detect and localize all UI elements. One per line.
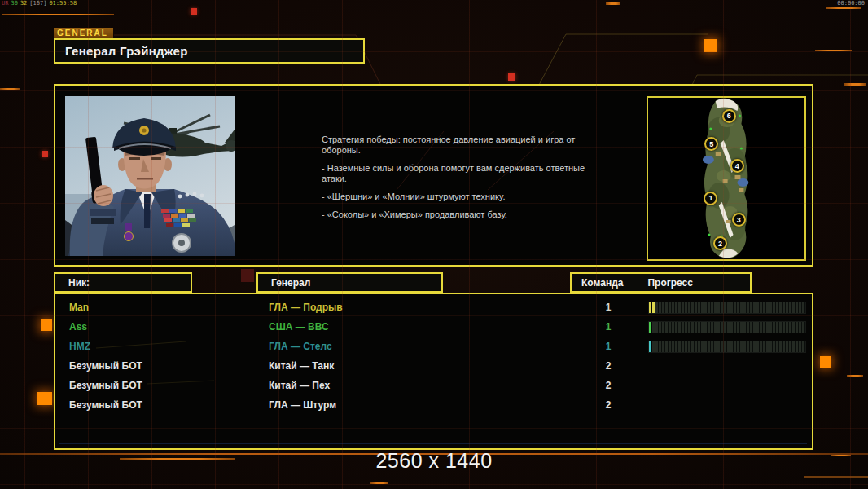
decor-navy-line (59, 443, 807, 444)
strategy-paragraph: Стратегия победы: постоянное давление ав… (322, 134, 595, 156)
decor-dash (847, 375, 863, 377)
progress-fill (649, 302, 655, 313)
general-title-box: Генерал Грэйнджер (54, 38, 365, 64)
header-general: Генерал (256, 272, 443, 293)
player-row: Безумный БОТ ГЛА — Штурм 2 (55, 395, 812, 415)
decor-dash (2, 14, 114, 15)
debug-val: 32 (20, 0, 27, 7)
decor-square (508, 73, 515, 81)
decor-square (42, 151, 48, 157)
decor-dash (844, 83, 866, 86)
player-general: ГЛА — Штурм (269, 400, 336, 410)
decor-dash (826, 7, 861, 9)
player-nick: Безумный БОТ (69, 400, 142, 410)
player-nick: HMZ (69, 341, 90, 351)
player-team: 2 (600, 361, 616, 371)
strategy-paragraph: - «Соколы» и «Химеры» продавливают базу. (322, 209, 595, 220)
progress-fill (649, 322, 652, 333)
header-nick: Ник: (54, 272, 192, 293)
player-team: 1 (600, 322, 616, 332)
loading-screen: UR3032[167]01:55:58 00:00:00 GENERAL Ген… (0, 0, 868, 489)
decor-square (241, 269, 254, 282)
player-team: 2 (600, 381, 616, 390)
decor-square (704, 39, 717, 52)
player-team: 1 (600, 341, 616, 351)
player-row: Безумный БОТ Китай — Пех 2 (55, 376, 812, 395)
player-nick: Безумный БОТ (69, 381, 142, 390)
header-team-progress: Команда Прогресс (570, 272, 752, 293)
strategy-text: Стратегия победы: постоянное давление ав… (322, 134, 595, 227)
progress-bar (648, 302, 806, 314)
debug-tag: UR (2, 0, 8, 7)
decor-dash (814, 425, 855, 425)
match-timer: 00:00:00 (837, 1, 865, 7)
player-general: Китай — Пех (269, 381, 330, 390)
decor-square (191, 8, 197, 15)
strategy-paragraph: - Наземные силы и оборона помогут вам сд… (322, 163, 595, 184)
player-row: HMZ ГЛА — Стелс 1 (55, 337, 812, 356)
decor-dash (815, 50, 852, 51)
debug-fps: 30 (11, 0, 17, 7)
decor-dash (606, 2, 620, 5)
map-marker-6: 6 (722, 109, 736, 123)
header-nick-label: Ник: (68, 277, 90, 289)
header-general-label: Генерал (271, 277, 310, 289)
portrait-image (65, 96, 235, 256)
player-nick: Безумный БОТ (69, 361, 142, 371)
debug-clock: 01:55:58 (49, 0, 77, 7)
decor-dash (370, 482, 388, 484)
player-nick: Man (69, 302, 89, 312)
decor-dash (0, 88, 20, 90)
debug-overlay: UR3032[167]01:55:58 (2, 1, 79, 7)
map-preview: 654132 (647, 96, 806, 261)
strategy-paragraph: - «Шершни» и «Молнии» штурмуют технику. (322, 192, 595, 202)
player-general: Китай — Танк (269, 361, 334, 371)
player-team: 2 (600, 400, 616, 410)
decor-square (820, 356, 831, 368)
briefing-panel: Стратегия победы: постоянное давление ав… (54, 84, 813, 267)
progress-bar (648, 341, 806, 353)
player-general: ГЛА — Подрыв (269, 302, 343, 312)
debug-bracket: [167] (29, 0, 46, 7)
player-row: Man ГЛА — Подрыв 1 (55, 297, 812, 317)
decor-square (37, 392, 52, 405)
general-name: Генерал Грэйнджер (65, 44, 188, 58)
general-tab-label: GENERAL (54, 28, 113, 38)
progress-fill (649, 341, 652, 352)
map-marker-4: 4 (730, 159, 744, 173)
player-nick: Ass (69, 322, 87, 332)
player-general: ГЛА — Стелс (269, 341, 332, 351)
players-table: Man ГЛА — Подрыв 1 Ass США — ВВС 1 HMZ Г… (54, 293, 813, 450)
player-team: 1 (600, 302, 616, 312)
player-row: Безумный БОТ Китай — Танк 2 (55, 356, 812, 376)
general-portrait (65, 96, 235, 256)
header-team-label: Команда (581, 277, 623, 289)
resolution-label: 2560 x 1440 (0, 449, 868, 473)
header-progress-label: Прогресс (647, 277, 692, 289)
decor-square (41, 319, 52, 331)
progress-bar (648, 321, 806, 333)
player-general: США — ВВС (269, 322, 329, 332)
player-row: Ass США — ВВС 1 (55, 317, 812, 337)
